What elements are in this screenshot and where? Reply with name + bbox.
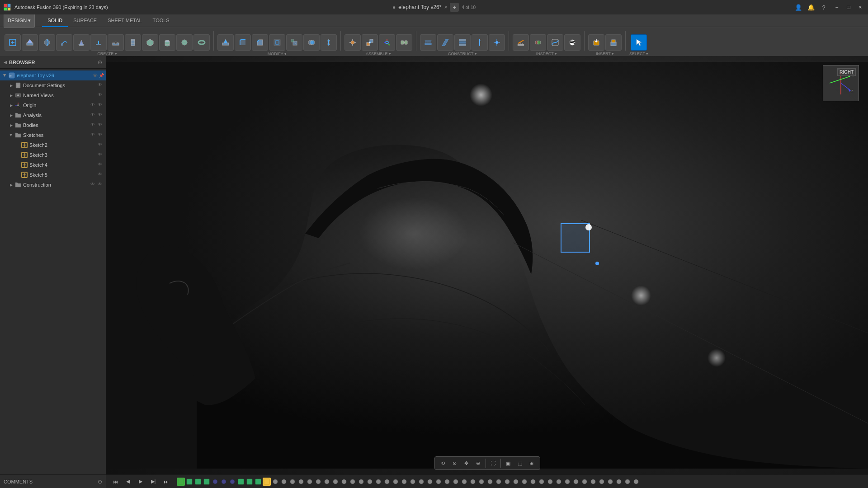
tree-item-analysis[interactable]: ▶ Analysis 👁 👁 (0, 110, 106, 120)
measure-btn[interactable] (513, 34, 529, 51)
plane-at-angle-btn[interactable] (437, 34, 453, 51)
timeline-play-btn[interactable]: ▶ (135, 476, 146, 487)
tree-item-doc-settings[interactable]: ▶ Document Settings 👁 (0, 80, 106, 90)
timeline-step[interactable] (580, 478, 589, 486)
tab-surface[interactable]: SURFACE (68, 14, 102, 27)
timeline-step[interactable] (409, 478, 417, 486)
curvature-map-btn[interactable] (547, 34, 563, 51)
axis-btn[interactable] (472, 34, 488, 51)
eye-icon-origin[interactable]: 👁 (90, 102, 97, 108)
move-copy-btn[interactable] (321, 34, 337, 51)
tree-item-sketch4[interactable]: ▶ Sketch4 👁 (0, 160, 106, 170)
timeline-step[interactable] (323, 478, 331, 486)
midplane-btn[interactable] (454, 34, 471, 51)
insert-group-label[interactable]: INSERT ▾ (596, 52, 614, 56)
eye-icon-construction[interactable]: 👁 (90, 182, 97, 188)
timeline-step[interactable] (306, 478, 314, 486)
look-at-btn[interactable]: ⊙ (449, 458, 460, 469)
timeline-step[interactable] (623, 478, 632, 486)
eye-icon-sketch5[interactable]: 👁 (98, 172, 104, 178)
timeline-step[interactable] (520, 478, 528, 486)
maximize-button[interactable]: □ (844, 3, 853, 11)
timeline-step[interactable] (383, 478, 391, 486)
orbit-btn[interactable]: ⟲ (438, 458, 448, 469)
decal-btn[interactable] (605, 34, 622, 51)
inspect-group-label[interactable]: INSPECT ▾ (536, 52, 557, 56)
timeline-step[interactable] (280, 478, 288, 486)
select-group-label[interactable]: SELECT ▾ (629, 52, 648, 56)
timeline-step[interactable] (434, 478, 443, 486)
select-btn[interactable] (631, 34, 647, 51)
hole-btn[interactable] (108, 34, 124, 51)
timeline-step[interactable] (177, 478, 185, 486)
viewcube-label[interactable]: RIGHT (837, 68, 856, 76)
timeline-step[interactable] (237, 478, 245, 486)
timeline-step[interactable] (254, 478, 262, 486)
timeline-step[interactable] (529, 478, 537, 486)
tab-sheet-metal[interactable]: SHEET METAL (102, 14, 147, 27)
timeline-step[interactable] (271, 478, 279, 486)
cylinder-btn[interactable] (159, 34, 175, 51)
eye-icon-sketch2[interactable]: 👁 (98, 142, 104, 148)
timeline-step[interactable] (417, 478, 425, 486)
fit-btn[interactable]: ⛶ (488, 458, 499, 469)
browser-collapse-arrow[interactable]: ◀ (4, 60, 7, 65)
minimize-button[interactable]: − (833, 3, 841, 11)
tree-item-origin[interactable]: ▶ Origin 👁 👁 (0, 100, 106, 110)
timeline-step[interactable] (572, 478, 580, 486)
timeline-step[interactable] (538, 478, 546, 486)
new-component-btn[interactable] (5, 34, 21, 51)
notification-icon[interactable]: 🔔 (806, 2, 816, 13)
hidden-icon-analysis[interactable]: 👁 (98, 112, 104, 118)
timeline-step[interactable] (288, 478, 297, 486)
eye-icon-bodies[interactable]: 👁 (90, 122, 97, 128)
hidden-icon-construction[interactable]: 👁 (98, 182, 104, 188)
timeline-step[interactable] (563, 478, 571, 486)
tree-arrow-construction[interactable]: ▶ (8, 182, 14, 188)
viewcube[interactable]: Y X Z RIGHT (823, 65, 859, 101)
autodesk-account-icon[interactable]: 👤 (793, 2, 804, 13)
combine-btn[interactable] (303, 34, 320, 51)
tab-solid[interactable]: SOLID (42, 14, 68, 27)
timeline-step[interactable] (203, 478, 211, 486)
timeline-step[interactable] (314, 478, 322, 486)
timeline-step[interactable] (495, 478, 503, 486)
eye-icon-analysis[interactable]: 👁 (90, 112, 97, 118)
timeline-step[interactable] (185, 478, 193, 486)
timeline-step[interactable] (340, 478, 348, 486)
timeline-start-btn[interactable]: ⏮ (110, 476, 121, 487)
chamfer-btn[interactable] (252, 34, 268, 51)
tree-arrow-analysis[interactable]: ▶ (8, 112, 14, 118)
zebra-btn[interactable] (564, 34, 580, 51)
timeline-step[interactable] (512, 478, 520, 486)
close-tab-btn[interactable]: × (444, 4, 447, 10)
as-built-joint-btn[interactable] (362, 34, 378, 51)
timeline-step[interactable] (606, 478, 614, 486)
timeline-prev-btn[interactable]: ◀ (123, 476, 133, 487)
eye-icon-doc-settings[interactable]: 👁 (98, 82, 104, 89)
help-icon[interactable]: ? (818, 2, 829, 13)
modify-group-label[interactable]: MODIFY ▾ (268, 52, 287, 56)
tree-arrow-root[interactable]: ▶ (2, 72, 8, 79)
sphere-btn[interactable] (176, 34, 193, 51)
timeline-step[interactable] (443, 478, 451, 486)
timeline-step-active[interactable] (263, 478, 271, 486)
point-btn[interactable] (489, 34, 505, 51)
hidden-icon-bodies[interactable]: 👁 (98, 122, 104, 128)
interference-btn[interactable] (530, 34, 546, 51)
tree-arrow-origin[interactable]: ▶ (8, 102, 14, 108)
timeline-step[interactable] (366, 478, 374, 486)
insert-derived-btn[interactable] (588, 34, 604, 51)
tree-arrow-bodies[interactable]: ▶ (8, 122, 14, 128)
thread-btn[interactable] (125, 34, 141, 51)
eye-icon-named-views[interactable]: 👁 (98, 92, 104, 99)
timeline-step[interactable] (598, 478, 606, 486)
timeline-step[interactable] (469, 478, 477, 486)
tree-item-sketch5[interactable]: ▶ Sketch5 👁 (0, 170, 106, 180)
box-btn[interactable] (142, 34, 158, 51)
revolve-btn[interactable] (39, 34, 55, 51)
torus-btn[interactable] (193, 34, 210, 51)
close-button[interactable]: × (856, 3, 864, 11)
timeline-step[interactable] (211, 478, 219, 486)
timeline-step[interactable] (460, 478, 468, 486)
